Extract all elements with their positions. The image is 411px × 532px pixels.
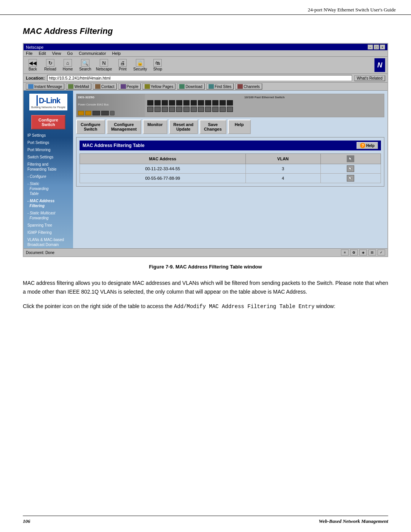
shop-icon: 🛍 [153, 59, 162, 67]
contact-button[interactable]: Contact [93, 83, 116, 89]
help-label: Help [366, 144, 374, 148]
save-changes-button[interactable]: SaveChanges [199, 120, 226, 134]
minimize-button[interactable]: − [368, 45, 373, 50]
port-19 [191, 107, 197, 112]
webmail-button[interactable]: WebMail [66, 83, 91, 89]
personal-bar: Instant Message WebMail Contact People Y… [24, 83, 387, 91]
shop-label: Shop [153, 67, 162, 71]
yellow-pages-button[interactable]: Yellow Pages [142, 83, 176, 89]
download-button[interactable]: Download [177, 83, 204, 89]
instant-message-button[interactable]: Instant Message [26, 83, 64, 89]
header-title: 24-port NWay Ethernet Switch User's Guid… [308, 7, 396, 13]
sidebar-item-port-mirroring[interactable]: Port Mirroring [25, 146, 72, 153]
status-icon-5: ✓ [378, 249, 385, 256]
pointer-icon-header [347, 155, 354, 162]
sidebar-item-switch-settings[interactable]: Switch Settings [25, 153, 72, 161]
logo-dlink-text: D-Link [39, 96, 60, 105]
sidebar-item-igmp-filtering[interactable]: IGMP Filtering [25, 229, 72, 236]
port-20 [198, 107, 204, 112]
sidebar: D-Link Building Networks for People Conf… [24, 91, 73, 248]
location-bar[interactable]: http://10.5.2.241/html/Hmain.html [47, 75, 352, 81]
status-icon-2: ✿ [350, 249, 358, 256]
page-header: 24-port NWay Ethernet Switch User's Guid… [0, 0, 411, 15]
port-4 [169, 100, 175, 105]
people-button[interactable]: People [118, 83, 141, 89]
sidebar-item-ip-settings[interactable]: IP Settings [25, 132, 72, 139]
action-cell-1[interactable] [320, 164, 381, 174]
configure-switch-nav-button[interactable]: ConfigureSwitch [76, 120, 105, 134]
browser-titlebar: Netscape − □ × [24, 44, 387, 50]
sidebar-item-vlans[interactable]: VLANs & MAC-basedBroadcast Domain [25, 236, 72, 248]
table-row: 00-11-22-33-44-55 3 [80, 164, 381, 174]
sidebar-item-spanning-tree[interactable]: Spanning Tree [25, 222, 72, 229]
port-7 [191, 100, 197, 105]
netscape-logo: N [374, 58, 385, 72]
menu-communicator[interactable]: Communicator [79, 51, 106, 56]
port-2 [155, 100, 161, 105]
netscape-button[interactable]: N Netscape [96, 59, 112, 71]
reload-icon: ↻ [46, 59, 54, 67]
configure-management-button[interactable]: ConfigureManagement [107, 120, 141, 134]
back-icon: ◀◀ [29, 59, 37, 67]
webmail-icon [68, 84, 73, 89]
sidebar-item-filtering-forwarding[interactable]: Filtering andForwarding Table [25, 161, 72, 173]
netscape-icon: N [100, 59, 108, 67]
security-button[interactable]: 🔒 Security [133, 59, 147, 71]
action-cell-2[interactable] [320, 174, 381, 183]
back-button[interactable]: ◀◀ Back [26, 59, 40, 71]
find-sites-button[interactable]: Find Sites [206, 83, 234, 89]
browser-toolbar: ◀◀ Back ↻ Reload ⌂ Home 🔍 Search N Netsc… [24, 57, 387, 74]
port-9 [205, 100, 211, 105]
menu-help[interactable]: Help [112, 51, 121, 56]
menu-file[interactable]: File [26, 51, 33, 56]
menu-edit[interactable]: Edit [39, 51, 46, 56]
help-nav-button[interactable]: Help [228, 120, 251, 134]
mac-address-cell-2: 00-55-66-77-88-99 [80, 174, 246, 183]
sidebar-item-static-forwarding[interactable]: - Static Forwarding Table [25, 180, 72, 197]
reload-button[interactable]: ↻ Reload [43, 59, 57, 71]
pointer-button-2[interactable] [347, 175, 354, 182]
pointer-button-1[interactable] [347, 165, 354, 172]
configure-switch-sidebar-button[interactable]: ConfigureSwitch [31, 115, 65, 129]
switch-image: DES-3225G Power Console EIA/2 Bus 10/100… [76, 94, 384, 117]
mac-table-help-button[interactable]: ? Help [357, 142, 378, 149]
ports-row-2 [147, 107, 382, 112]
vlan-cell-1: 3 [245, 164, 320, 174]
maximize-button[interactable]: □ [374, 45, 379, 50]
reset-update-button[interactable]: Reset andUpdate [169, 120, 198, 134]
menu-go[interactable]: Go [67, 51, 73, 56]
sidebar-item-configure[interactable]: - Configure [25, 173, 72, 180]
menu-view[interactable]: View [52, 51, 61, 56]
monitor-button[interactable]: Monitor [143, 120, 167, 134]
people-label: People [127, 85, 139, 89]
status-icon-1: ≡ [341, 249, 349, 256]
shop-button[interactable]: 🛍 Shop [151, 59, 164, 71]
home-icon: ⌂ [64, 59, 72, 67]
mac-table-header: MAC Address Filtering Table ? Help [80, 141, 381, 150]
ports-row-1 [147, 100, 382, 105]
search-button[interactable]: 🔍 Search [78, 59, 92, 71]
port-16 [169, 107, 175, 112]
home-button[interactable]: ⌂ Home [61, 59, 75, 71]
home-label: Home [63, 67, 73, 71]
sidebar-item-port-settings[interactable]: Port Settings [25, 139, 72, 146]
help-icon: ? [360, 143, 365, 148]
dlink-logo: D-Link Building Networks for People [29, 94, 67, 110]
channels-button[interactable]: Channels [235, 83, 262, 89]
security-label: Security [133, 67, 147, 71]
status-icon-3: ◈ [359, 249, 367, 256]
port-3 [162, 100, 168, 105]
close-button[interactable]: × [380, 45, 385, 50]
sidebar-item-mac-address-filtering[interactable]: - MAC Address Filtering [25, 197, 72, 209]
sidebar-item-static-multicast[interactable]: - Static Multicast Forwarding [25, 209, 72, 222]
switch-left-panel: DES-3225G Power Console EIA/2 Bus [76, 94, 145, 117]
print-button[interactable]: 🖨 Print [116, 59, 129, 71]
titlebar-buttons: − □ × [368, 45, 385, 50]
channels-label: Channels [244, 85, 260, 89]
whats-related-button[interactable]: What's Related [354, 75, 386, 81]
port-11 [220, 100, 226, 105]
whats-related-label: What's Related [357, 76, 383, 80]
port-13 [147, 107, 153, 112]
status-text: Document: Done [26, 251, 54, 255]
find-sites-icon [209, 84, 214, 89]
